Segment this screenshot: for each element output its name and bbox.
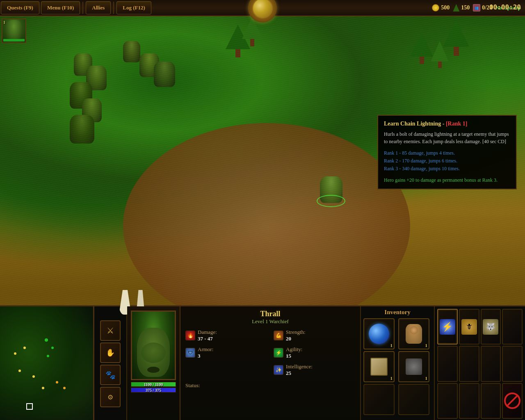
hero-hp-text: 1100 / 1100 bbox=[144, 382, 163, 387]
inv-slot-3-count: 1 bbox=[390, 376, 393, 381]
inv-slot-2[interactable]: 1 bbox=[398, 318, 429, 349]
inv-slot-3[interactable]: 1 bbox=[363, 351, 395, 382]
action-btn-attack[interactable]: ⚔ bbox=[100, 320, 121, 341]
agility-label: Agility: bbox=[286, 346, 302, 353]
top-bar: Quests (F9) Menu (F10) Allies Log (F12) … bbox=[0, 0, 525, 16]
inv-slot-5[interactable] bbox=[363, 384, 395, 415]
armor-label: Armor: bbox=[198, 346, 213, 353]
inventory-title: Inventory bbox=[363, 309, 431, 316]
hero-hp-bar-topleft bbox=[3, 39, 25, 41]
action-buttons-panel: ⚔ ✋ 🐾 ⚙ bbox=[94, 306, 127, 420]
no-entry-icon bbox=[504, 393, 520, 409]
gold-icon bbox=[432, 4, 439, 11]
rank-1: Rank 1 - 85 damage, jumps 4 times. bbox=[384, 149, 510, 157]
moon-inner bbox=[252, 0, 273, 18]
intelligence-stat-row: ✨ Intelligence: 25 bbox=[274, 363, 355, 377]
quests-button[interactable]: Quests (F9) bbox=[1, 1, 39, 14]
ability-slot-lightning[interactable]: ⚡ bbox=[437, 309, 458, 345]
inv-slot-1[interactable]: 1 bbox=[363, 318, 395, 349]
action-btn-stop[interactable]: ✋ bbox=[100, 342, 121, 363]
game-timer: 00:00:20 bbox=[489, 3, 521, 11]
minimap-viewport bbox=[26, 403, 33, 410]
intelligence-label: Intelligence: bbox=[286, 363, 313, 370]
ability-slot-voodoo[interactable]: 🗡 bbox=[459, 309, 479, 345]
strength-icon: 💪 bbox=[274, 331, 283, 340]
menu-button[interactable]: Menu (F10) bbox=[41, 1, 80, 14]
ability-slot-wolf[interactable]: 🐺 bbox=[481, 309, 501, 345]
moon-outer bbox=[248, 0, 277, 23]
tree-3 bbox=[410, 33, 433, 64]
gold-resource: 500 bbox=[432, 4, 450, 11]
inv-slot-4[interactable]: 1 bbox=[398, 351, 429, 382]
rank-2: Rank 2 - 170 damage, jumps 6 times. bbox=[384, 157, 510, 165]
selection-circle bbox=[317, 195, 345, 207]
ability-slot-5[interactable] bbox=[437, 346, 458, 381]
action-btn-patrol[interactable]: ⚙ bbox=[100, 387, 121, 407]
ability-slot-4[interactable] bbox=[502, 309, 523, 345]
hero-portrait-area: 1100 / 1100 375 / 375 bbox=[127, 306, 180, 420]
minimap[interactable] bbox=[0, 306, 94, 420]
agility-stat-row: ⚡ Agility: 15 bbox=[274, 346, 355, 359]
tooltip-description: Hurls a bolt of damaging lightning at a … bbox=[384, 130, 510, 145]
ability-slot-6[interactable] bbox=[459, 346, 479, 381]
orc-unit-5 bbox=[70, 115, 94, 144]
ability-slot-8[interactable] bbox=[502, 346, 523, 381]
ability-slot-10[interactable] bbox=[459, 383, 479, 419]
stats-grid: 🔥 Damage: 37 - 47 💪 Strength: 20 🛡 bbox=[185, 329, 355, 379]
voodoo-icon: 🗡 bbox=[461, 319, 477, 335]
ability-panel: ⚡ 🗡 🐺 bbox=[435, 306, 525, 420]
action-btn-move[interactable]: 🐾 bbox=[100, 365, 121, 385]
armor-value: 3 bbox=[198, 353, 213, 359]
strength-label: Strength: bbox=[286, 329, 306, 336]
agility-icon: ⚡ bbox=[274, 348, 283, 358]
inv-slot-1-count: 1 bbox=[390, 343, 393, 348]
strength-stat-row: 💪 Strength: 20 bbox=[274, 329, 355, 342]
ability-slot-11[interactable] bbox=[481, 383, 501, 419]
hero-stats-panel: Thrall Level 1 Warchief 🔥 Damage: 37 - 4… bbox=[180, 306, 361, 420]
damage-stat-row: 🔥 Damage: 37 - 47 bbox=[185, 329, 267, 342]
ability-slot-9[interactable] bbox=[437, 383, 458, 419]
item-grey bbox=[406, 358, 422, 375]
game-viewport: Learn Chain Lightning - [Rank 1] Hurls a… bbox=[0, 0, 525, 420]
tree-5 bbox=[443, 21, 469, 56]
tooltip-bonus: Hero gains +20 to damage as permanent bo… bbox=[384, 176, 510, 184]
intelligence-value: 25 bbox=[286, 370, 313, 377]
moon-clock bbox=[248, 0, 277, 23]
rank-3: Rank 3 - 340 damage, jumps 10 times. bbox=[384, 165, 510, 173]
separator-2 bbox=[113, 2, 114, 14]
supply-icon: 👥 bbox=[473, 4, 480, 11]
hero-portrait-topleft[interactable]: 1 bbox=[2, 18, 26, 43]
mm-dot-unit-1 bbox=[51, 347, 54, 349]
inv-slot-6[interactable] bbox=[398, 384, 429, 415]
tooltip-title: Learn Chain Lightning - [Rank 1] bbox=[384, 121, 510, 127]
status-row: Status: bbox=[185, 382, 355, 389]
allies-button[interactable]: Allies bbox=[86, 1, 111, 14]
mm-dot-gold-1 bbox=[23, 347, 26, 349]
log-button[interactable]: Log (F12) bbox=[116, 1, 151, 14]
wolf-icon: 🐺 bbox=[483, 319, 498, 335]
item-voodoo bbox=[406, 324, 422, 344]
inventory-grid: 1 1 1 1 bbox=[363, 318, 431, 415]
tooltip-title-prefix: Learn Chain Lightning - bbox=[384, 121, 446, 127]
hero-portrait-frame bbox=[131, 310, 176, 380]
gold-value: 500 bbox=[441, 5, 450, 11]
mm-dot-gold-2 bbox=[14, 352, 16, 355]
tooltip-panel: Learn Chain Lightning - [Rank 1] Hurls a… bbox=[377, 115, 517, 189]
hero-name: Thrall bbox=[185, 310, 355, 318]
minimap-background bbox=[0, 306, 93, 420]
hero-face bbox=[132, 312, 175, 379]
ability-slot-7[interactable] bbox=[481, 346, 501, 381]
item-book bbox=[370, 358, 388, 376]
ability-slot-no-entry[interactable] bbox=[502, 383, 523, 419]
hero-mp-text: 375 / 375 bbox=[146, 388, 161, 393]
lumber-value: 150 bbox=[461, 5, 470, 11]
inventory-panel: Inventory 1 1 1 bbox=[361, 306, 435, 420]
status-label: Status: bbox=[185, 382, 200, 388]
agility-value: 15 bbox=[286, 353, 302, 359]
hero-title: Level 1 Warchief bbox=[185, 318, 355, 325]
lumber-resource: 150 bbox=[453, 4, 470, 11]
armor-stat-row: 🛡 Armor: 3 bbox=[185, 346, 267, 359]
inv-slot-4-count: 1 bbox=[425, 376, 428, 381]
hero-mp-bar: 375 / 375 bbox=[131, 388, 176, 393]
orc-unit-6 bbox=[123, 41, 140, 62]
